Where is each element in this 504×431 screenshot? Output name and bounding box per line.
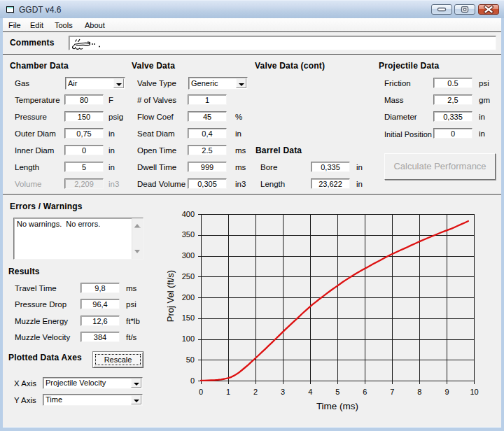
svg-text:350: 350 [182,230,195,239]
svg-text:4: 4 [308,388,312,396]
svg-text:400: 400 [182,210,195,218]
svg-text:7: 7 [390,388,394,396]
svg-text:100: 100 [182,334,195,343]
svg-text:3: 3 [281,388,285,396]
svg-text:5: 5 [335,388,340,396]
svg-text:150: 150 [182,313,195,322]
svg-text:Proj Vel (ft/s): Proj Vel (ft/s) [165,270,176,322]
svg-text:Time (ms): Time (ms) [316,401,358,411]
svg-text:2: 2 [253,388,258,396]
svg-text:50: 50 [186,355,195,364]
svg-text:300: 300 [182,251,195,260]
svg-text:8: 8 [417,388,421,396]
svg-text:10: 10 [470,388,478,396]
svg-text:0: 0 [190,376,195,385]
svg-text:1: 1 [226,388,230,396]
svg-text:200: 200 [182,293,195,302]
svg-text:9: 9 [444,388,449,396]
svg-text:6: 6 [363,388,367,396]
svg-text:0: 0 [199,388,203,396]
svg-text:250: 250 [182,272,195,281]
